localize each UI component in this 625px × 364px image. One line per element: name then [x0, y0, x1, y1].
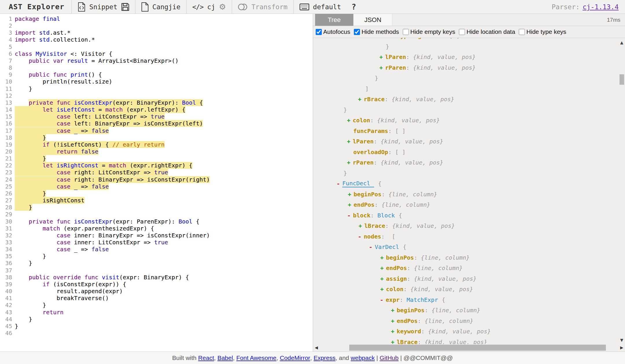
tree-key[interactable]: rParen [385, 64, 406, 71]
expand-icon[interactable]: + [359, 222, 362, 229]
tree-key[interactable]: expr [386, 296, 400, 303]
expand-icon[interactable]: + [347, 159, 350, 166]
scroll-up-arrow[interactable]: ▲ [620, 40, 623, 45]
tree-row[interactable]: +rParen: {kind, value, pos} [313, 62, 625, 73]
save-icon[interactable] [121, 3, 129, 11]
tree-row[interactable]: } [313, 105, 625, 115]
tree-node-type[interactable]: MatchExpr [407, 296, 438, 303]
code-line[interactable]: 40 result.append(expr) [0, 288, 313, 295]
tree-row[interactable]: +beginPos: {line, column} [313, 305, 625, 316]
tree-key[interactable]: rParen [353, 159, 374, 166]
tree-key[interactable]: endPos [354, 201, 374, 208]
tree-row[interactable]: -expr: MatchExpr{ [313, 295, 625, 305]
expand-icon[interactable]: + [391, 328, 394, 335]
option-hide-location-data[interactable]: Hide location data [459, 28, 515, 35]
option-hide-type-keys[interactable]: Hide type keys [519, 28, 566, 35]
footer-link-codemirror[interactable]: CodeMirror [280, 354, 310, 361]
tree-key[interactable]: lParen [385, 53, 406, 60]
expand-icon[interactable]: + [379, 53, 383, 60]
code-line[interactable]: 22 let isRightConst = match (expr.rightE… [0, 162, 313, 169]
code-line[interactable]: 20 return false [0, 148, 313, 155]
tree-key[interactable]: overloadOp [353, 149, 388, 156]
code-line[interactable]: 38 public override func visit(expr: Bina… [0, 274, 313, 281]
code-line[interactable]: 26 } [0, 190, 313, 197]
code-line[interactable]: 5 [0, 43, 313, 50]
tree-key[interactable]: colon [353, 117, 370, 124]
tree-key[interactable]: lBrace [397, 339, 418, 344]
expand-icon[interactable]: + [379, 64, 383, 71]
code-line[interactable]: 35 } [0, 253, 313, 260]
tree-key[interactable]: endPos [397, 317, 418, 324]
tree-key[interactable]: rBrace [364, 96, 385, 103]
checkbox-hide-methods[interactable] [354, 29, 360, 35]
code-line[interactable]: 14 let isLeftConst = match (expr.leftExp… [0, 106, 313, 113]
tree-key[interactable]: endPos [386, 265, 407, 271]
code-line[interactable]: 28 } [0, 204, 313, 211]
expand-icon[interactable]: + [391, 317, 394, 324]
code-line[interactable]: 19 if (!isLeftConst) { // early return [0, 141, 313, 148]
tree-row[interactable]: +rParen: {kind, value, pos} [313, 157, 625, 168]
footer-link-font-awesome[interactable]: Font Awesome [236, 354, 277, 361]
horizontal-scrollbar-thumb[interactable] [349, 345, 606, 351]
expand-icon[interactable]: + [347, 138, 350, 145]
code-line[interactable]: 42 } [0, 302, 313, 308]
code-line[interactable]: 12 [0, 92, 313, 99]
code-line[interactable]: 9 public func print() { [0, 71, 313, 78]
expand-icon[interactable]: + [358, 96, 361, 103]
transform-button[interactable]: Transform [251, 3, 288, 11]
checkbox-hide-location-data[interactable] [459, 29, 465, 35]
expand-icon[interactable]: + [391, 307, 394, 314]
code-line[interactable]: 6class MyVisitor <: Visitor { [0, 50, 313, 57]
code-line[interactable]: 21 } [0, 155, 313, 162]
code-line[interactable]: 1package final [0, 15, 313, 22]
tree-row[interactable]: -VarDecl{ [313, 242, 625, 252]
tree-row[interactable]: +lParen: {kind, value, pos} [313, 136, 625, 147]
code-line[interactable]: 31 match (expr.parenthesizedExpr) { [0, 225, 313, 232]
expand-icon[interactable]: + [348, 201, 351, 208]
code-line[interactable]: 24 case right: BinaryExpr => isConstExpr… [0, 176, 313, 183]
code-line[interactable]: 45} [0, 323, 313, 330]
code-line[interactable]: 32 case inner: BinaryExpr => isConstExpr… [0, 232, 313, 239]
footer-link-github[interactable]: GitHub [380, 354, 398, 361]
code-line[interactable]: 16 case left: BinaryExpr => isConstExpr(… [0, 120, 313, 127]
code-line[interactable]: 7 public var result = ArrayList<BinaryEx… [0, 57, 313, 64]
scroll-left-arrow[interactable]: ◀ [315, 345, 318, 350]
code-line[interactable]: 25 case _ => false [0, 183, 313, 190]
tree-key[interactable]: keyword [397, 328, 421, 335]
tree-row[interactable]: +rBrace: {kind, value, pos} [313, 94, 625, 105]
expand-icon[interactable]: + [380, 275, 384, 282]
code-line[interactable]: 46 [0, 330, 313, 337]
tree-row[interactable]: +assign: {kind, value, pos} [313, 274, 625, 284]
collapse-icon[interactable]: - [369, 243, 372, 250]
parser-id-button[interactable]: cj [207, 3, 215, 11]
code-line[interactable]: 27 isRightConst [0, 197, 313, 204]
code-line[interactable]: 30 private func isConstExpr(expr: ParenE… [0, 218, 313, 225]
tree-node-type[interactable]: VarDecl [375, 243, 399, 250]
code-line[interactable]: 11 } [0, 85, 313, 92]
tree-row[interactable]: } [313, 168, 625, 179]
code-line[interactable]: 44 } [0, 316, 313, 323]
tree-row[interactable]: +lBrace: {kind, value, pos} [313, 337, 625, 344]
tree-row[interactable]: funcParams: [ ] [313, 126, 625, 136]
code-line[interactable]: 36 } [0, 260, 313, 267]
checkbox-hide-type-keys[interactable] [519, 29, 525, 35]
tree-key[interactable]: beginPos [397, 307, 424, 314]
code-line[interactable]: 43 return [0, 309, 313, 316]
expand-icon[interactable]: + [380, 286, 384, 293]
checkbox-hide-empty-keys[interactable] [403, 29, 409, 35]
tree-row[interactable]: +beginPos: {line, column} [313, 252, 625, 263]
parser-version-link[interactable]: cj-1.13.4 [582, 3, 619, 11]
option-hide-empty-keys[interactable]: Hide empty keys [403, 28, 455, 35]
code-line[interactable]: 4import std.collection.* [0, 36, 313, 43]
tree-node-type[interactable]: Block [377, 212, 395, 219]
collapse-icon[interactable]: - [347, 212, 351, 219]
tree-row[interactable]: +keyword: {kind, value, pos} [313, 326, 625, 337]
tree-key[interactable]: assign [386, 275, 407, 282]
file-code-icon[interactable] [78, 2, 86, 12]
tree-key[interactable]: lBrace [364, 222, 385, 229]
tree-row[interactable]: typeArguments: [ ] [313, 38, 625, 41]
scroll-down-arrow[interactable]: ▼ [620, 338, 623, 342]
tree-key[interactable]: nodes [364, 233, 381, 240]
tree-row[interactable]: +colon: {kind, value, pos} [313, 284, 625, 295]
option-autofocus[interactable]: Autofocus [316, 28, 350, 35]
